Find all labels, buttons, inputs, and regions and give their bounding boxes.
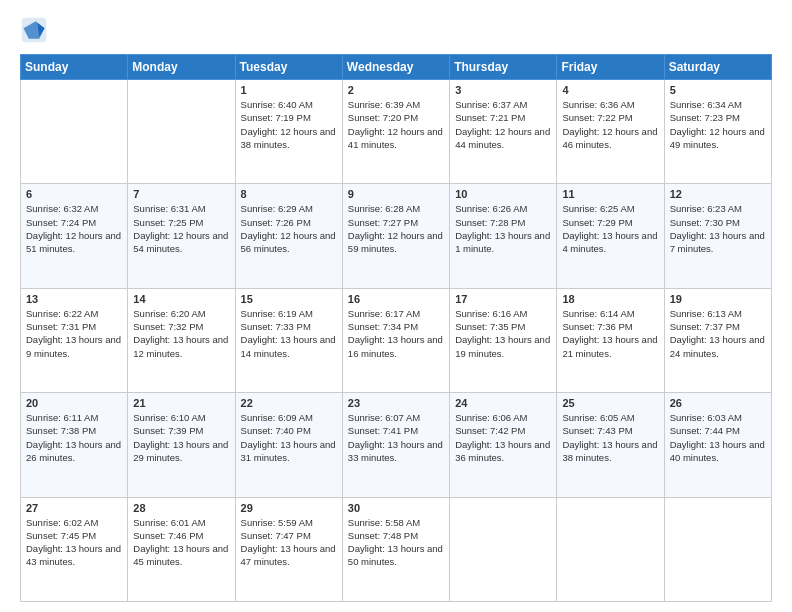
col-header-friday: Friday (557, 55, 664, 80)
cell-content: Sunrise: 6:01 AMSunset: 7:46 PMDaylight:… (133, 516, 229, 569)
day-number: 2 (348, 84, 444, 96)
calendar-cell-w3d4: 24Sunrise: 6:06 AMSunset: 7:42 PMDayligh… (450, 393, 557, 497)
day-number: 9 (348, 188, 444, 200)
calendar-cell-w3d2: 22Sunrise: 6:09 AMSunset: 7:40 PMDayligh… (235, 393, 342, 497)
col-header-saturday: Saturday (664, 55, 771, 80)
calendar-cell-w1d3: 9Sunrise: 6:28 AMSunset: 7:27 PMDaylight… (342, 184, 449, 288)
cell-content: Sunrise: 6:17 AMSunset: 7:34 PMDaylight:… (348, 307, 444, 360)
calendar-cell-w2d2: 15Sunrise: 6:19 AMSunset: 7:33 PMDayligh… (235, 288, 342, 392)
day-number: 14 (133, 293, 229, 305)
calendar-cell-w1d6: 12Sunrise: 6:23 AMSunset: 7:30 PMDayligh… (664, 184, 771, 288)
cell-content: Sunrise: 6:11 AMSunset: 7:38 PMDaylight:… (26, 411, 122, 464)
cell-content: Sunrise: 6:37 AMSunset: 7:21 PMDaylight:… (455, 98, 551, 151)
calendar-cell-w3d6: 26Sunrise: 6:03 AMSunset: 7:44 PMDayligh… (664, 393, 771, 497)
calendar-cell-w0d4: 3Sunrise: 6:37 AMSunset: 7:21 PMDaylight… (450, 80, 557, 184)
cell-content: Sunrise: 6:40 AMSunset: 7:19 PMDaylight:… (241, 98, 337, 151)
day-number: 3 (455, 84, 551, 96)
calendar-cell-w0d3: 2Sunrise: 6:39 AMSunset: 7:20 PMDaylight… (342, 80, 449, 184)
cell-content: Sunrise: 6:28 AMSunset: 7:27 PMDaylight:… (348, 202, 444, 255)
day-number: 17 (455, 293, 551, 305)
header (20, 16, 772, 44)
cell-content: Sunrise: 6:16 AMSunset: 7:35 PMDaylight:… (455, 307, 551, 360)
calendar-cell-w0d2: 1Sunrise: 6:40 AMSunset: 7:19 PMDaylight… (235, 80, 342, 184)
day-number: 21 (133, 397, 229, 409)
calendar-cell-w4d6 (664, 497, 771, 601)
col-header-sunday: Sunday (21, 55, 128, 80)
calendar-cell-w4d5 (557, 497, 664, 601)
day-number: 16 (348, 293, 444, 305)
calendar-cell-w4d2: 29Sunrise: 5:59 AMSunset: 7:47 PMDayligh… (235, 497, 342, 601)
cell-content: Sunrise: 6:34 AMSunset: 7:23 PMDaylight:… (670, 98, 766, 151)
page: SundayMondayTuesdayWednesdayThursdayFrid… (0, 0, 792, 612)
cell-content: Sunrise: 6:20 AMSunset: 7:32 PMDaylight:… (133, 307, 229, 360)
day-number: 27 (26, 502, 122, 514)
day-number: 10 (455, 188, 551, 200)
calendar-cell-w2d5: 18Sunrise: 6:14 AMSunset: 7:36 PMDayligh… (557, 288, 664, 392)
cell-content: Sunrise: 6:06 AMSunset: 7:42 PMDaylight:… (455, 411, 551, 464)
logo (20, 16, 52, 44)
calendar-cell-w3d5: 25Sunrise: 6:05 AMSunset: 7:43 PMDayligh… (557, 393, 664, 497)
calendar-cell-w3d0: 20Sunrise: 6:11 AMSunset: 7:38 PMDayligh… (21, 393, 128, 497)
day-number: 7 (133, 188, 229, 200)
calendar-cell-w2d4: 17Sunrise: 6:16 AMSunset: 7:35 PMDayligh… (450, 288, 557, 392)
calendar-cell-w1d5: 11Sunrise: 6:25 AMSunset: 7:29 PMDayligh… (557, 184, 664, 288)
calendar-cell-w2d0: 13Sunrise: 6:22 AMSunset: 7:31 PMDayligh… (21, 288, 128, 392)
day-number: 6 (26, 188, 122, 200)
calendar-week-1: 6Sunrise: 6:32 AMSunset: 7:24 PMDaylight… (21, 184, 772, 288)
calendar-cell-w0d6: 5Sunrise: 6:34 AMSunset: 7:23 PMDaylight… (664, 80, 771, 184)
calendar-cell-w1d2: 8Sunrise: 6:29 AMSunset: 7:26 PMDaylight… (235, 184, 342, 288)
day-number: 26 (670, 397, 766, 409)
day-number: 4 (562, 84, 658, 96)
calendar-cell-w3d3: 23Sunrise: 6:07 AMSunset: 7:41 PMDayligh… (342, 393, 449, 497)
day-number: 25 (562, 397, 658, 409)
col-header-monday: Monday (128, 55, 235, 80)
cell-content: Sunrise: 6:39 AMSunset: 7:20 PMDaylight:… (348, 98, 444, 151)
day-number: 12 (670, 188, 766, 200)
cell-content: Sunrise: 6:05 AMSunset: 7:43 PMDaylight:… (562, 411, 658, 464)
day-number: 15 (241, 293, 337, 305)
calendar-cell-w0d5: 4Sunrise: 6:36 AMSunset: 7:22 PMDaylight… (557, 80, 664, 184)
cell-content: Sunrise: 5:58 AMSunset: 7:48 PMDaylight:… (348, 516, 444, 569)
calendar-cell-w0d1 (128, 80, 235, 184)
day-number: 19 (670, 293, 766, 305)
day-number: 28 (133, 502, 229, 514)
day-number: 20 (26, 397, 122, 409)
calendar-cell-w4d0: 27Sunrise: 6:02 AMSunset: 7:45 PMDayligh… (21, 497, 128, 601)
day-number: 24 (455, 397, 551, 409)
cell-content: Sunrise: 6:22 AMSunset: 7:31 PMDaylight:… (26, 307, 122, 360)
calendar-cell-w1d0: 6Sunrise: 6:32 AMSunset: 7:24 PMDaylight… (21, 184, 128, 288)
day-number: 18 (562, 293, 658, 305)
day-number: 23 (348, 397, 444, 409)
cell-content: Sunrise: 6:31 AMSunset: 7:25 PMDaylight:… (133, 202, 229, 255)
cell-content: Sunrise: 6:32 AMSunset: 7:24 PMDaylight:… (26, 202, 122, 255)
day-number: 22 (241, 397, 337, 409)
cell-content: Sunrise: 6:23 AMSunset: 7:30 PMDaylight:… (670, 202, 766, 255)
logo-icon (20, 16, 48, 44)
cell-content: Sunrise: 6:19 AMSunset: 7:33 PMDaylight:… (241, 307, 337, 360)
cell-content: Sunrise: 6:02 AMSunset: 7:45 PMDaylight:… (26, 516, 122, 569)
col-header-thursday: Thursday (450, 55, 557, 80)
calendar-header-row: SundayMondayTuesdayWednesdayThursdayFrid… (21, 55, 772, 80)
calendar-week-4: 27Sunrise: 6:02 AMSunset: 7:45 PMDayligh… (21, 497, 772, 601)
cell-content: Sunrise: 6:03 AMSunset: 7:44 PMDaylight:… (670, 411, 766, 464)
calendar-week-2: 13Sunrise: 6:22 AMSunset: 7:31 PMDayligh… (21, 288, 772, 392)
col-header-wednesday: Wednesday (342, 55, 449, 80)
cell-content: Sunrise: 6:13 AMSunset: 7:37 PMDaylight:… (670, 307, 766, 360)
day-number: 29 (241, 502, 337, 514)
col-header-tuesday: Tuesday (235, 55, 342, 80)
cell-content: Sunrise: 6:07 AMSunset: 7:41 PMDaylight:… (348, 411, 444, 464)
calendar-week-0: 1Sunrise: 6:40 AMSunset: 7:19 PMDaylight… (21, 80, 772, 184)
calendar-cell-w1d4: 10Sunrise: 6:26 AMSunset: 7:28 PMDayligh… (450, 184, 557, 288)
cell-content: Sunrise: 6:09 AMSunset: 7:40 PMDaylight:… (241, 411, 337, 464)
calendar-cell-w4d1: 28Sunrise: 6:01 AMSunset: 7:46 PMDayligh… (128, 497, 235, 601)
day-number: 13 (26, 293, 122, 305)
calendar-cell-w2d6: 19Sunrise: 6:13 AMSunset: 7:37 PMDayligh… (664, 288, 771, 392)
cell-content: Sunrise: 5:59 AMSunset: 7:47 PMDaylight:… (241, 516, 337, 569)
calendar-cell-w0d0 (21, 80, 128, 184)
calendar-cell-w3d1: 21Sunrise: 6:10 AMSunset: 7:39 PMDayligh… (128, 393, 235, 497)
cell-content: Sunrise: 6:10 AMSunset: 7:39 PMDaylight:… (133, 411, 229, 464)
calendar-cell-w2d1: 14Sunrise: 6:20 AMSunset: 7:32 PMDayligh… (128, 288, 235, 392)
cell-content: Sunrise: 6:14 AMSunset: 7:36 PMDaylight:… (562, 307, 658, 360)
day-number: 1 (241, 84, 337, 96)
day-number: 11 (562, 188, 658, 200)
